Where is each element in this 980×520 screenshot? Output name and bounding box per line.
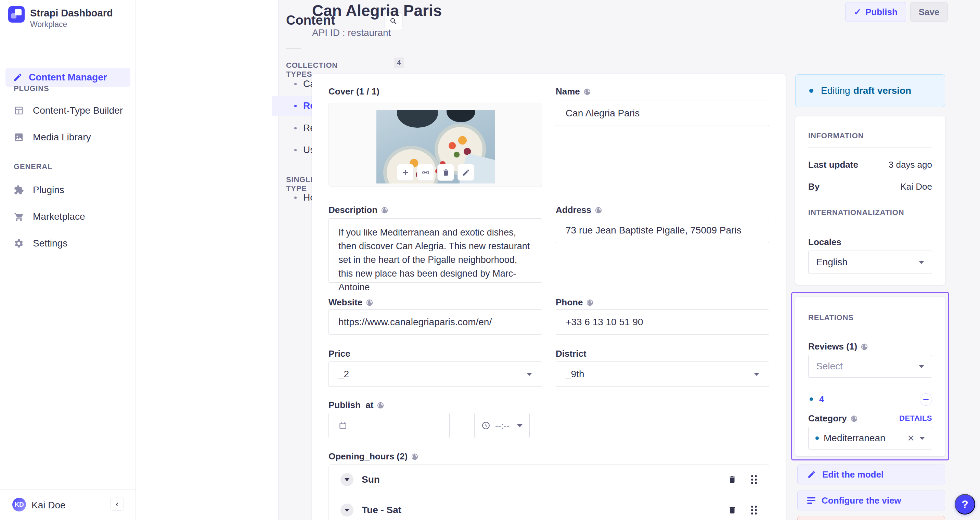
sidebar-item-content-type-builder[interactable]: Content-Type Builder bbox=[14, 105, 127, 116]
district-select[interactable]: _9th bbox=[556, 362, 769, 387]
clear-icon[interactable]: ✕ bbox=[907, 433, 915, 443]
collapse-sidebar-button[interactable]: ‹ bbox=[110, 497, 124, 511]
trash-icon[interactable] bbox=[728, 506, 737, 515]
chevron-down-icon bbox=[345, 478, 349, 481]
chevron-down-icon bbox=[345, 509, 349, 512]
workspace-title: Strapi Dashboard bbox=[30, 8, 113, 19]
calendar-icon bbox=[339, 421, 347, 430]
divider bbox=[286, 48, 301, 49]
bullet-icon bbox=[294, 127, 297, 129]
clock-icon bbox=[482, 421, 490, 430]
chevron-down-icon bbox=[920, 437, 925, 440]
district-label: District bbox=[556, 348, 587, 359]
price-label: Price bbox=[328, 348, 350, 359]
sidebar-item-settings[interactable]: Settings bbox=[14, 238, 127, 249]
link-icon bbox=[422, 168, 430, 177]
strapi-logo bbox=[8, 6, 25, 22]
add-asset-button[interactable] bbox=[397, 164, 414, 181]
drag-handle[interactable] bbox=[751, 475, 753, 477]
collection-types-count-badge: 4 bbox=[394, 57, 404, 68]
globe-icon bbox=[586, 299, 594, 306]
info-row-label: By bbox=[808, 182, 819, 192]
locale-select[interactable]: English bbox=[808, 250, 932, 274]
reviews-select[interactable]: Select bbox=[808, 355, 932, 378]
sidebar-item-marketplace[interactable]: Marketplace bbox=[14, 211, 127, 223]
relation-item-link[interactable]: 4 bbox=[819, 394, 824, 405]
opening-hours-label: Opening_hours (2) bbox=[328, 451, 418, 462]
configure-view-button[interactable]: Configure the view bbox=[797, 491, 945, 510]
price-select[interactable]: _2 bbox=[328, 362, 542, 387]
phone-label: Phone bbox=[556, 297, 594, 308]
edit-asset-button[interactable] bbox=[458, 164, 474, 181]
plus-icon bbox=[401, 168, 410, 177]
cart-icon bbox=[14, 212, 24, 222]
sidebar-item-plugins[interactable]: Plugins bbox=[14, 184, 127, 196]
relation-dot-icon bbox=[810, 397, 813, 401]
date-input[interactable] bbox=[328, 413, 450, 438]
pitcher-shape bbox=[397, 110, 438, 128]
drag-handle[interactable] bbox=[751, 506, 753, 508]
avatar[interactable]: KD bbox=[12, 498, 26, 512]
sidebar-item-label: Media Library bbox=[33, 132, 91, 143]
api-id-subtitle: API ID : restaurant bbox=[312, 27, 391, 38]
sidebar-item-label: Plugins bbox=[33, 185, 64, 195]
gear-icon bbox=[14, 238, 24, 249]
chevron-down-icon bbox=[919, 365, 924, 368]
draft-status-banner: Editing draft version bbox=[795, 74, 945, 107]
address-input[interactable]: 73 rue Jean Baptiste Pigalle, 75009 Pari… bbox=[556, 218, 769, 243]
info-row-value: Kai Doe bbox=[900, 182, 932, 192]
phone-input[interactable]: +33 6 13 10 51 90 bbox=[556, 309, 769, 335]
delete-asset-button[interactable] bbox=[437, 164, 454, 181]
expand-row-button[interactable] bbox=[340, 473, 353, 486]
website-input[interactable]: https://www.canalegriaparis.com/en/ bbox=[328, 309, 542, 335]
delete-entry-button[interactable] bbox=[797, 516, 945, 520]
expand-row-button[interactable] bbox=[340, 504, 353, 517]
bullet-icon bbox=[294, 83, 297, 85]
check-icon: ✓ bbox=[854, 7, 861, 18]
minus-icon bbox=[923, 399, 929, 400]
globe-icon bbox=[595, 206, 602, 214]
name-label: Name bbox=[556, 86, 591, 97]
details-link[interactable]: DETAILS bbox=[899, 414, 932, 423]
copy-link-button[interactable] bbox=[417, 164, 434, 181]
workspace-subtitle: Workplace bbox=[30, 20, 67, 29]
section-label-general: GENERAL bbox=[14, 162, 52, 171]
help-button[interactable]: ? bbox=[955, 494, 975, 515]
relations-title: RELATIONS bbox=[808, 313, 854, 322]
category-label: Category bbox=[808, 413, 858, 424]
opening-hours-accordion: Sun Tue - Sat bbox=[328, 464, 769, 520]
name-input[interactable]: Can Alegria Paris bbox=[556, 100, 769, 126]
opening-hours-row: Sun bbox=[329, 464, 769, 494]
trash-icon bbox=[442, 168, 450, 177]
description-label: Description bbox=[328, 205, 388, 215]
globe-icon bbox=[411, 453, 418, 461]
chevron-down-icon bbox=[754, 373, 759, 376]
content-subnav: Content COLLECTION TYPES 4 Category Rest… bbox=[136, 0, 278, 520]
globe-icon bbox=[850, 415, 858, 423]
category-select[interactable]: Mediterranean ✕ bbox=[808, 427, 932, 450]
sidebar-item-label: Marketplace bbox=[33, 211, 85, 222]
divider bbox=[808, 224, 932, 224]
remove-relation-button[interactable] bbox=[920, 393, 932, 406]
edit-form-card: Cover (1 / 1) Name Can Alegria Paris Des… bbox=[312, 74, 786, 520]
description-textarea[interactable]: If you like Mediterranean and exotic dis… bbox=[328, 219, 542, 283]
time-input[interactable]: --:-- bbox=[474, 413, 530, 438]
globe-icon bbox=[366, 299, 373, 306]
puzzle-icon bbox=[14, 185, 24, 195]
pencil-icon bbox=[462, 168, 470, 177]
globe-icon bbox=[584, 88, 591, 96]
chevron-down-icon bbox=[527, 373, 532, 376]
main-sidebar: Strapi Dashboard Workplace Content Manag… bbox=[0, 0, 136, 520]
globe-icon bbox=[377, 402, 384, 409]
sidebar-item-media-library[interactable]: Media Library bbox=[14, 131, 127, 143]
trash-icon[interactable] bbox=[728, 475, 737, 484]
cover-field bbox=[328, 103, 542, 187]
publish-at-label: Publish_at bbox=[328, 400, 384, 410]
pencil-icon bbox=[807, 470, 816, 479]
information-card: INFORMATION Last update 3 days ago By Ka… bbox=[795, 116, 945, 285]
edit-model-button[interactable]: Edit the model bbox=[797, 464, 945, 484]
user-name: Kai Doe bbox=[32, 500, 66, 511]
info-row-value: 3 days ago bbox=[889, 160, 932, 170]
save-button[interactable]: Save bbox=[910, 2, 948, 22]
publish-button[interactable]: ✓ Publish bbox=[845, 2, 906, 22]
